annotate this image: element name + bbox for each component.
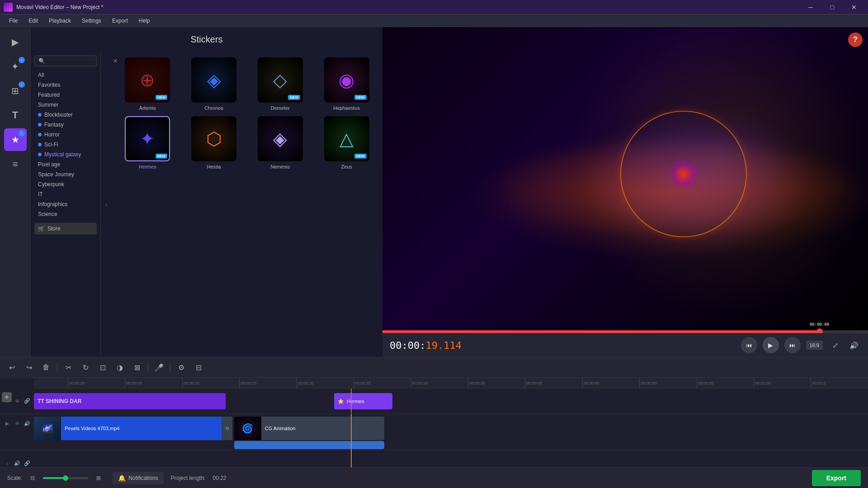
collapse-panel-arrow[interactable]: ‹ [101,52,112,357]
track-audio-controls: ♪ 🔊 🔗 [0,460,34,468]
menu-export[interactable]: Export [107,16,133,26]
sticker-hephaestus[interactable]: NEW Hephaestus [316,57,377,111]
sidebar-item-featured[interactable]: Featured [34,90,97,100]
sticker-grid: NEW Artemis Chronos [117,57,377,169]
tool-filters[interactable]: ≡ [4,153,27,175]
crop-button[interactable]: ⊡ [94,359,111,375]
sidebar-item-it[interactable]: IT [34,189,97,199]
sidebar-item-pixel[interactable]: Pixel age [34,160,97,169]
sidebar-item-all[interactable]: All [34,70,97,80]
help-button[interactable]: ? [848,33,863,47]
menu-file[interactable]: File [4,16,23,26]
sticker-chronos-thumb [191,57,236,103]
track-video-visibility[interactable]: 👁 [13,419,21,427]
search-icon: 🔍 [38,58,45,64]
notifications-label: Notifications [128,475,158,481]
export-button[interactable]: Export [812,470,861,486]
sidebar-item-horror[interactable]: Horror [34,130,97,140]
sticker-hestia[interactable]: Hestia [184,116,245,169]
sidebar-item-scifi[interactable]: Sci-Fi [34,140,97,150]
menu-playback[interactable]: Playback [43,16,76,26]
project-length-label: Project length: [171,475,206,481]
sidebar-item-blockbuster[interactable]: Blockbuster [34,110,97,120]
tool-transitions[interactable]: ⊞ ! [4,80,27,102]
equalizer-button[interactable]: ⊟ [190,359,207,375]
tool-stickers[interactable]: ★ ! [4,128,27,151]
sidebar-item-science[interactable]: Science [34,209,97,219]
maximize-button[interactable]: □ [822,0,843,14]
cut-button[interactable]: ✂ [60,359,76,375]
trim-button[interactable]: ⊠ [129,359,145,375]
play-button[interactable]: ▶ [763,337,779,353]
minimize-button[interactable]: ─ [800,0,821,14]
video-clip-pexels[interactable]: 🌌 Pexels Videos 4703.mp4 [34,417,226,440]
sidebar-item-cyberpunk[interactable]: Cyberpunk [34,179,97,189]
redo-button[interactable]: ↪ [21,359,37,375]
fullscreen-button[interactable]: ⤢ [828,338,842,352]
sticker-artemis[interactable]: NEW Artemis [117,57,178,111]
transition-marker[interactable]: ⧉ [222,417,232,440]
close-button[interactable]: ✕ [844,0,864,14]
tool-media[interactable]: ▶ [4,31,27,53]
sidebar-item-infographics[interactable]: Infographics [34,199,97,209]
time-tooltip: 00:00:00 [808,321,831,328]
scale-increase-button[interactable]: ⊞ [92,471,105,485]
sidebar-item-space[interactable]: Space Journey [34,169,97,179]
sidebar-item-favorites[interactable]: Favorites [34,80,97,90]
video-clip-cg[interactable]: 🌀 CG Animation [234,417,384,440]
sticker-hermes[interactable]: NEW Hermes [117,116,178,169]
sidebar-item-mystical[interactable]: Mystical galaxy [34,150,97,160]
horror-dot [38,133,42,136]
track-text-visibility[interactable]: 👁 [13,397,21,405]
effects-icon: ✦ [11,61,19,72]
preview-progress-bar[interactable]: 00:00:00 [382,330,868,333]
chevron-left-icon: ‹ [105,202,107,208]
add-track-button[interactable]: + [2,392,12,402]
search-box[interactable]: 🔍 ✕ [34,56,97,66]
undo-button[interactable]: ↩ [4,359,20,375]
brightness-button[interactable]: ◑ [112,359,128,375]
playback-bar: 00:00:19.114 ⏮ ▶ ⏭ 16:9 ⤢ 🔊 [382,333,868,357]
sidebar-item-summer[interactable]: Summer [34,100,97,110]
timeline-tracks[interactable]: + T 👁 🔗 TT SHINING DAR [0,389,868,467]
new-badge-hephaestus: NEW [354,95,367,100]
skip-back-button[interactable]: ⏮ [741,337,757,353]
volume-button[interactable]: 🔊 [847,338,861,352]
toolbar-separator-2 [148,362,148,373]
sidebar-item-fantasy[interactable]: Fantasy [34,120,97,130]
notifications-button[interactable]: 🔔 Notifications [113,472,163,484]
sticker-demeter[interactable]: NEW Demeter [250,57,311,111]
track-audio-link[interactable]: 🔗 [23,460,31,468]
edit-toolbar: ↩ ↪ 🗑 ✂ ↻ ⊡ ◑ ⊠ 🎤 ⚙ ⊟ [0,357,868,378]
track-video-volume[interactable]: 🔊 [23,419,31,427]
track-audio-volume[interactable]: 🔊 [13,460,21,468]
delete-button[interactable]: 🗑 [38,359,54,375]
mic-button[interactable]: 🎤 [151,359,167,375]
menu-help[interactable]: Help [133,16,156,26]
track-text-link[interactable]: 🔗 [23,397,31,405]
transitions-badge: ! [19,81,25,88]
sticker-clip-hermes[interactable]: ⭐ Hermes [334,393,392,409]
aspect-ratio-display[interactable]: 16:9 [806,341,823,350]
scale-thumb[interactable] [63,475,68,481]
progress-thumb: 00:00:00 [816,328,823,333]
text-clip-shining[interactable]: TT SHINING DAR [34,393,226,409]
audio-clip[interactable] [234,441,384,449]
menu-edit[interactable]: Edit [23,16,43,26]
tool-effects[interactable]: ✦ ! [4,55,27,78]
rotate-button[interactable]: ↻ [77,359,94,375]
menu-settings[interactable]: Settings [76,16,107,26]
transition-icon: ⧉ [226,426,229,431]
scale-slider[interactable] [43,477,88,479]
sticker-nemesis[interactable]: Nemesis [250,116,311,169]
store-button[interactable]: 🛒 Store [34,223,97,235]
scale-decrease-button[interactable]: ⊟ [26,471,39,485]
notification-icon: 🔔 [118,474,126,482]
sticker-zeus[interactable]: NEW Zeus [316,116,377,169]
bottom-section: ↩ ↪ 🗑 ✂ ↻ ⊡ ◑ ⊠ 🎤 ⚙ ⊟ 00:00:00 00:00:05 [0,357,868,488]
settings-button[interactable]: ⚙ [173,359,189,375]
sticker-chronos[interactable]: Chronos [184,57,245,111]
skip-forward-button[interactable]: ⏭ [784,337,801,353]
tool-titles[interactable]: T [4,104,27,127]
blockbuster-dot [38,113,42,117]
